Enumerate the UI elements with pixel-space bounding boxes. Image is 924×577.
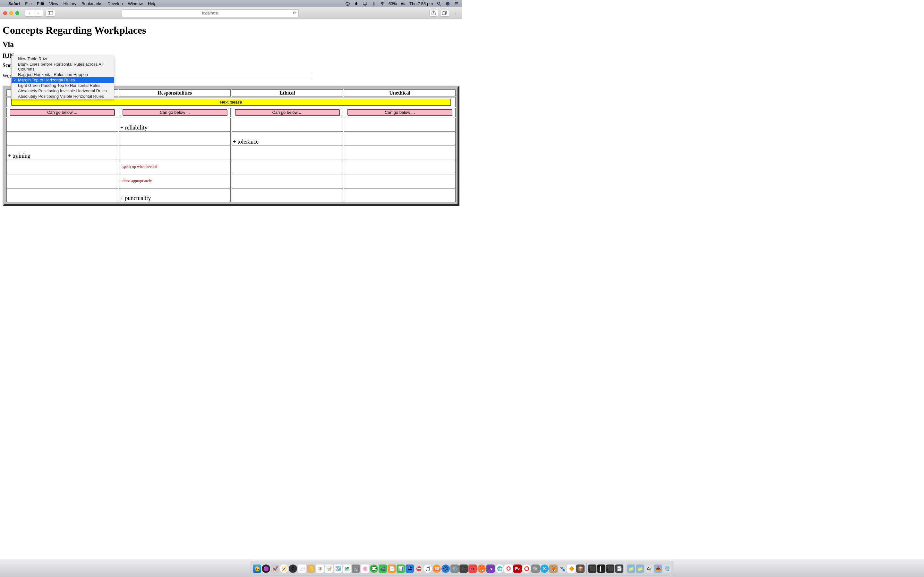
webpage-content: Concepts Regarding Workplaces Via RJN Sc…: [0, 19, 462, 210]
grid-column: + training: [6, 118, 118, 202]
sidebar-toggle-button[interactable]: [45, 10, 55, 17]
menu-window[interactable]: Window: [128, 1, 143, 6]
grid-cell[interactable]: - dress appropriately: [119, 174, 231, 188]
menu-history[interactable]: History: [63, 1, 76, 6]
can-go-below-button[interactable]: Can go below ...: [235, 109, 340, 115]
new-tab-button[interactable]: +: [453, 10, 459, 16]
grid-cell[interactable]: [6, 174, 118, 188]
spotlight-icon[interactable]: [437, 1, 441, 6]
airplay-icon[interactable]: [363, 1, 367, 6]
battery-icon[interactable]: [401, 1, 405, 6]
window-maximize-button[interactable]: [15, 11, 19, 15]
menu-edit[interactable]: Edit: [37, 1, 44, 6]
grid-cell[interactable]: + reliability: [119, 118, 231, 132]
svg-point-7: [446, 2, 449, 5]
grid-cell[interactable]: [6, 160, 118, 174]
dropdown-option[interactable]: New Table Row: [11, 56, 114, 61]
grid-cell[interactable]: [232, 118, 343, 132]
bluetooth-icon[interactable]: [371, 1, 376, 6]
grid-cell[interactable]: [232, 188, 343, 202]
battery-percent: 63%: [389, 1, 397, 6]
grid-cell[interactable]: [232, 160, 343, 174]
window-close-button[interactable]: [3, 11, 7, 15]
grid-cell[interactable]: [344, 174, 456, 188]
dropdown-option[interactable]: Blank Lines before Horizontal Rules acro…: [11, 61, 114, 72]
can-go-below-button[interactable]: Can go below ...: [10, 109, 115, 115]
main-table-frame: Rights Responsibilities Ethical Unethica…: [3, 85, 459, 206]
dropdown-option[interactable]: Ragged Horizontal Rules can Happen: [11, 72, 114, 77]
dropdown-option-selected[interactable]: Margin Top to Horizontal Rules: [11, 77, 114, 83]
menu-view[interactable]: View: [49, 1, 58, 6]
notifications-icon[interactable]: [454, 1, 459, 6]
grid-cell[interactable]: [6, 132, 118, 146]
reload-icon[interactable]: ⟳: [293, 11, 296, 15]
grid-cell[interactable]: - speak up when needed: [119, 160, 231, 174]
grid-cell[interactable]: [6, 118, 118, 132]
dropdown-option[interactable]: Absolutely Positioning Visible Horizonta…: [11, 93, 114, 99]
grid-cell[interactable]: [344, 188, 456, 202]
grid-cell[interactable]: [344, 132, 456, 146]
svg-point-6: [438, 2, 440, 5]
svg-point-2: [382, 5, 383, 5]
grid-column: + tolerance: [232, 118, 343, 202]
via-heading: Via: [3, 40, 459, 49]
grid-cell[interactable]: [344, 118, 456, 132]
menubar-app-icon[interactable]: [354, 1, 359, 6]
column-header-ethical: Ethical: [232, 89, 343, 97]
app-name[interactable]: Safari: [8, 1, 20, 6]
address-bar-text: localhost: [202, 11, 218, 15]
siri-icon[interactable]: [445, 1, 450, 6]
grid-cell[interactable]: [119, 132, 231, 146]
menu-develop[interactable]: Develop: [107, 1, 123, 6]
menu-file[interactable]: File: [25, 1, 32, 6]
can-go-below-button[interactable]: Can go below ...: [347, 109, 452, 115]
share-button[interactable]: [429, 10, 438, 17]
menu-bookmarks[interactable]: Bookmarks: [81, 1, 102, 6]
back-button[interactable]: ‹: [25, 10, 34, 17]
next-please-button[interactable]: Next please: [11, 99, 451, 105]
grid-cell[interactable]: + punctuality: [119, 188, 231, 202]
macos-menubar: Safari File Edit View History Bookmarks …: [0, 0, 462, 7]
grid-cell[interactable]: [6, 188, 118, 202]
svg-rect-1: [363, 2, 367, 5]
menubar-clock[interactable]: Thu 7:55 pm: [409, 1, 433, 6]
grid-cell[interactable]: [344, 160, 456, 174]
via-dropdown-menu[interactable]: New Table Row Blank Lines before Horizon…: [11, 56, 114, 99]
address-bar[interactable]: localhost ⟳: [121, 9, 299, 17]
grid-cell[interactable]: [232, 146, 343, 160]
data-grid: + training+ reliability- speak up when n…: [6, 118, 456, 202]
dropdown-option[interactable]: Absolutely Positioning Invisible Horizon…: [11, 88, 114, 93]
svg-rect-5: [405, 3, 405, 4]
svg-rect-11: [443, 12, 446, 15]
window-controls: [3, 11, 19, 15]
page-title: Concepts Regarding Workplaces: [3, 24, 459, 36]
forward-button[interactable]: ›: [34, 10, 43, 17]
grid-cell[interactable]: [119, 146, 231, 160]
svg-rect-4: [401, 3, 403, 4]
wifi-icon[interactable]: [380, 1, 384, 6]
menu-help[interactable]: Help: [148, 1, 157, 6]
can-go-below-button[interactable]: Can go below ...: [123, 109, 227, 115]
grid-cell[interactable]: [344, 146, 456, 160]
column-header-responsibilities: Responsibilities: [119, 89, 231, 97]
grid-column: + reliability- speak up when needed- dre…: [119, 118, 231, 202]
window-minimize-button[interactable]: [9, 11, 13, 15]
grid-column: [344, 118, 456, 202]
grid-cell[interactable]: [232, 174, 343, 188]
grid-cell[interactable]: + training: [6, 146, 118, 160]
grid-cell[interactable]: + tolerance: [232, 132, 343, 146]
dropdown-option[interactable]: Light Green Padding Top to Horizontal Ru…: [11, 83, 114, 88]
svg-rect-9: [48, 11, 53, 15]
tabs-button[interactable]: [440, 10, 449, 17]
column-header-unethical: Unethical: [344, 89, 456, 97]
menubar-extra-icon[interactable]: [345, 1, 350, 6]
safari-toolbar: ‹ › localhost ⟳ +: [0, 7, 462, 19]
